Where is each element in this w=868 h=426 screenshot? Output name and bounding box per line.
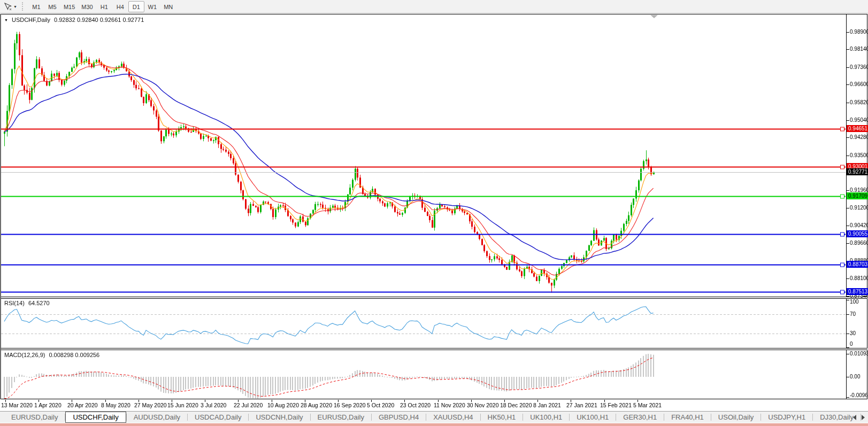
date-axis-label: 1 Apr 2020	[34, 402, 62, 408]
chart-canvas[interactable]	[0, 0, 868, 426]
date-axis-label: 5 Mar 2021	[633, 402, 662, 408]
date-axis-label: 8 May 2020	[101, 402, 130, 408]
tab-eurusd-daily[interactable]: EURUSD,Daily	[311, 412, 371, 422]
tab-uk100-h1[interactable]: UK100,H1	[570, 412, 616, 422]
macd-scale-label: -0.00965	[850, 392, 868, 398]
tab-usdjpy-h1[interactable]: USDJPY,H1	[761, 412, 812, 422]
symbol-tab-bar: EURUSD,DailyUSDCHF,DailyAUDUSD,DailyUSDC…	[0, 411, 868, 423]
price-axis-tick: 0.98140	[850, 46, 868, 52]
price-axis-tick: 0.96600	[850, 81, 868, 87]
date-axis-label: 16 Sep 2020	[334, 402, 366, 408]
bottom-window-edge	[0, 423, 868, 426]
macd-scale-label: 0.010933	[850, 351, 868, 357]
price-level-badge: 0.91709	[847, 192, 868, 199]
date-axis-label: 27 May 2020	[134, 402, 167, 408]
price-axis-tick: 0.95820	[850, 99, 868, 105]
macd-scale-label: 0.00	[850, 374, 860, 379]
price-axis-tick: 0.97360	[850, 64, 868, 70]
rsi-scale-label: 70	[850, 311, 856, 317]
price-level-badge: 0.87513	[847, 288, 868, 295]
rsi-scale-label: 0	[850, 341, 853, 347]
date-axis-label: 15 Jun 2020	[167, 402, 198, 408]
price-axis-tick: 0.91200	[850, 205, 868, 211]
macd-name: MACD(12,26,9)	[4, 352, 45, 358]
tab-hk50-h1[interactable]: HK50,H1	[481, 412, 523, 422]
date-axis-label: 28 Aug 2020	[301, 402, 332, 408]
tab-xauusd-h4[interactable]: XAUUSD,H4	[426, 412, 480, 422]
macd-values: 0.008298 0.009256	[49, 352, 99, 358]
date-axis-label: 15 Feb 2021	[600, 402, 632, 408]
tab-usdcnh-daily[interactable]: USDCNH,Daily	[249, 412, 310, 422]
tab-scroll-left-icon[interactable]	[853, 415, 856, 420]
chart-symbol-title: USDCHF,Daily	[12, 17, 50, 23]
price-axis-tick: 0.94280	[850, 134, 868, 140]
price-level-badge: 0.94651	[847, 125, 868, 132]
date-axis-label: 8 Jan 2021	[533, 402, 561, 408]
date-axis-label: 3 Jul 2020	[201, 402, 226, 408]
date-axis-label: 11 Nov 2020	[434, 402, 465, 408]
rsi-value: 64.5270	[28, 300, 50, 306]
price-level-badge: 0.88703	[847, 261, 868, 268]
tab-fra40-h1[interactable]: FRA40,H1	[664, 412, 711, 422]
tab-gbpusd-h4[interactable]: GBPUSD,H4	[372, 412, 426, 422]
tab-uk100-h1[interactable]: UK100,H1	[523, 412, 569, 422]
price-axis-tick: 0.89660	[850, 240, 868, 246]
tab-usdchf-daily[interactable]: USDCHF,Daily	[65, 412, 126, 423]
current-price-badge: 0.92771	[847, 168, 868, 175]
tab-audusd-daily[interactable]: AUDUSD,Daily	[127, 412, 187, 422]
date-axis-label: 22 Jul 2020	[234, 402, 263, 408]
rsi-scale-label: 100	[850, 299, 859, 305]
price-axis-tick: 0.93500	[850, 152, 868, 158]
tab-scroll-right-icon[interactable]	[862, 415, 865, 420]
rsi-name: RSI(14)	[4, 300, 25, 306]
price-axis-tick: 0.98900	[850, 29, 868, 35]
date-axis-label: 18 Dec 2020	[500, 402, 532, 408]
chart-menu-arrow-icon: ▼	[4, 18, 8, 22]
chart-shift-marker[interactable]	[650, 15, 658, 18]
rsi-scale-label: 30	[850, 330, 856, 336]
chart-ohlc-values: 0.92832 0.92840 0.92661 0.92771	[54, 17, 144, 23]
tab-usoil-daily[interactable]: USOil,Daily	[711, 412, 761, 422]
price-axis-tick: 0.95040	[850, 117, 868, 123]
tab-ger30-h1[interactable]: GER30,H1	[616, 412, 664, 422]
date-axis-label: 30 Nov 2020	[467, 402, 499, 408]
price-level-badge: 0.90055	[847, 230, 868, 237]
tab-eurusd-daily[interactable]: EURUSD,Daily	[4, 412, 65, 422]
price-axis-tick: 0.90420	[850, 222, 868, 228]
date-axis-label: 27 Jan 2021	[566, 402, 597, 408]
tab-usdcad-daily[interactable]: USDCAD,Daily	[188, 412, 248, 422]
chart-title: ▼ USDCHF,Daily 0.92832 0.92840 0.92661 0…	[4, 17, 144, 23]
macd-indicator-label: MACD(12,26,9) 0.008298 0.009256	[4, 352, 99, 358]
date-axis-label: 5 Oct 2020	[367, 402, 394, 408]
date-axis-label: 13 Mar 2020	[1, 402, 33, 408]
rsi-indicator-label: RSI(14) 64.5270	[4, 300, 50, 306]
price-axis-tick: 0.88100	[850, 275, 868, 281]
date-axis-label: 20 Apr 2020	[67, 402, 98, 408]
date-axis-label: 10 Aug 2020	[267, 402, 299, 408]
date-axis-label: 23 Oct 2020	[400, 402, 431, 408]
